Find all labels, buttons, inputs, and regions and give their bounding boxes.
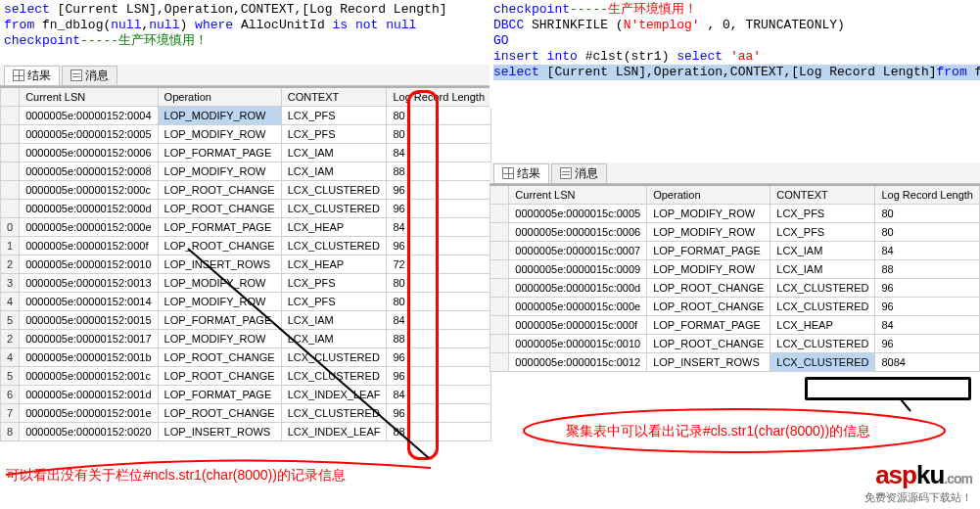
sql-editor-right[interactable]: checkpoint-----生产环境慎用！DBCC SHRINKFILE (N…	[490, 0, 980, 108]
table-row[interactable]: 20000005e:00000152:0017LOP_MODIFY_ROWLCX…	[1, 329, 491, 347]
grid-icon	[502, 167, 514, 179]
results-grid-left[interactable]: Current LSNOperationCONTEXTLog Record Le…	[0, 86, 491, 441]
column-header[interactable]: Current LSN	[20, 87, 158, 106]
table-row[interactable]: 0000005e:0000015c:0005LOP_MODIFY_ROWLCX_…	[490, 204, 980, 222]
table-row[interactable]: 0000005e:0000015c:0007LOP_FORMAT_PAGELCX…	[490, 241, 980, 259]
left-pane: select [Current LSN],Operation,CONTEXT,[…	[0, 0, 490, 441]
annotation-left-text: 可以看出没有关于栏位#ncls.str1(char(8000))的记录信息	[6, 467, 346, 483]
table-row[interactable]: 0000005e:0000015c:0010LOP_ROOT_CHANGELCX…	[490, 334, 980, 352]
blackbox-right-8084	[805, 377, 971, 400]
results-tabstrip-right: 结果 消息	[490, 162, 980, 184]
table-row[interactable]: 40000005e:00000152:0014LOP_MODIFY_ROWLCX…	[1, 292, 491, 310]
table-row[interactable]: 80000005e:00000152:0020LOP_INSERT_ROWSLC…	[1, 422, 491, 440]
message-icon	[560, 167, 572, 179]
results-tabstrip-left: 结果 消息	[0, 65, 490, 86]
tab-label-results: 结果	[27, 68, 51, 84]
sql-editor-left[interactable]: select [Current LSN],Operation,CONTEXT,[…	[0, 0, 490, 65]
spacer	[490, 108, 980, 162]
tab-label-messages: 消息	[85, 68, 109, 84]
column-header[interactable]: Current LSN	[509, 185, 647, 204]
column-header[interactable]: CONTEXT	[770, 185, 875, 204]
column-header[interactable]	[1, 87, 20, 106]
table-row[interactable]: 0000005e:00000152:000cLOP_ROOT_CHANGELCX…	[1, 180, 491, 199]
table-row[interactable]: 0000005e:00000152:0004LOP_MODIFY_ROWLCX_…	[1, 106, 491, 124]
column-header[interactable]: Operation	[158, 87, 281, 106]
logo-part-b: ku	[916, 460, 944, 489]
right-pane: checkpoint-----生产环境慎用！DBCC SHRINKFILE (N…	[490, 0, 980, 372]
annotation-left: 可以看出没有关于栏位#ncls.str1(char(8000))的记录信息	[6, 465, 437, 485]
column-header[interactable]: Log Record Length	[387, 87, 491, 106]
table-row[interactable]: 60000005e:00000152:001dLOP_FORMAT_PAGELC…	[1, 385, 491, 403]
table-row[interactable]: 40000005e:00000152:001bLOP_ROOT_CHANGELC…	[1, 347, 491, 366]
column-header[interactable]: Operation	[647, 185, 770, 204]
table-row[interactable]: 00000005e:00000152:000eLOP_FORMAT_PAGELC…	[1, 217, 491, 236]
table-row[interactable]: 0000005e:00000152:0006LOP_FORMAT_PAGELCX…	[1, 143, 491, 162]
table-row[interactable]: 0000005e:00000152:0008LOP_MODIFY_ROWLCX_…	[1, 162, 491, 180]
annotation-right-text: 聚集表中可以看出记录#cls.str1(char(8000))的信息	[566, 423, 870, 439]
svg-line-2	[901, 399, 910, 411]
watermark-logo: aspku.com 免费资源源码下载站！	[864, 460, 972, 505]
table-row[interactable]: 50000005e:00000152:0015LOP_FORMAT_PAGELC…	[1, 310, 491, 329]
logo-subtitle: 免费资源源码下载站！	[864, 490, 972, 505]
table-row[interactable]: 0000005e:0000015c:0012LOP_INSERT_ROWSLCX…	[490, 352, 980, 371]
table-row[interactable]: 0000005e:00000152:000dLOP_ROOT_CHANGELCX…	[1, 199, 491, 217]
column-header[interactable]	[490, 185, 509, 204]
tab-label-messages: 消息	[575, 165, 598, 182]
table-row[interactable]: 0000005e:0000015c:0006LOP_MODIFY_ROWLCX_…	[490, 222, 980, 241]
grid-icon	[13, 69, 24, 81]
table-row[interactable]: 0000005e:0000015c:000eLOP_ROOT_CHANGELCX…	[490, 297, 980, 315]
annotation-right: 聚集表中可以看出记录#cls.str1(char(8000))的信息	[566, 423, 870, 440]
table-row[interactable]: 10000005e:00000152:000fLOP_ROOT_CHANGELC…	[1, 236, 491, 254]
table-row[interactable]: 0000005e:0000015c:000dLOP_ROOT_CHANGELCX…	[490, 278, 980, 297]
results-grid-right[interactable]: Current LSNOperationCONTEXTLog Record Le…	[490, 184, 980, 372]
table-row[interactable]: 50000005e:00000152:001cLOP_ROOT_CHANGELC…	[1, 366, 491, 385]
tab-results-left[interactable]: 结果	[4, 66, 60, 85]
tab-messages-left[interactable]: 消息	[62, 66, 117, 85]
column-header[interactable]: Log Record Length	[875, 185, 980, 204]
table-row[interactable]: 0000005e:0000015c:0009LOP_MODIFY_ROWLCX_…	[490, 259, 980, 278]
logo-suffix: .com	[944, 471, 972, 486]
tab-messages-right[interactable]: 消息	[551, 163, 607, 183]
logo-part-a: asp	[875, 460, 916, 489]
tab-results-right[interactable]: 结果	[493, 163, 549, 183]
tab-label-results: 结果	[517, 165, 540, 182]
column-header[interactable]: CONTEXT	[281, 87, 387, 106]
table-row[interactable]: 70000005e:00000152:001eLOP_ROOT_CHANGELC…	[1, 403, 491, 422]
table-row[interactable]: 0000005e:0000015c:000fLOP_FORMAT_PAGELCX…	[490, 315, 980, 334]
table-row[interactable]: 20000005e:00000152:0010LOP_INSERT_ROWSLC…	[1, 254, 491, 273]
table-row[interactable]: 30000005e:00000152:0013LOP_MODIFY_ROWLCX…	[1, 273, 491, 292]
message-icon	[70, 69, 82, 81]
table-row[interactable]: 0000005e:00000152:0005LOP_MODIFY_ROWLCX_…	[1, 124, 491, 143]
